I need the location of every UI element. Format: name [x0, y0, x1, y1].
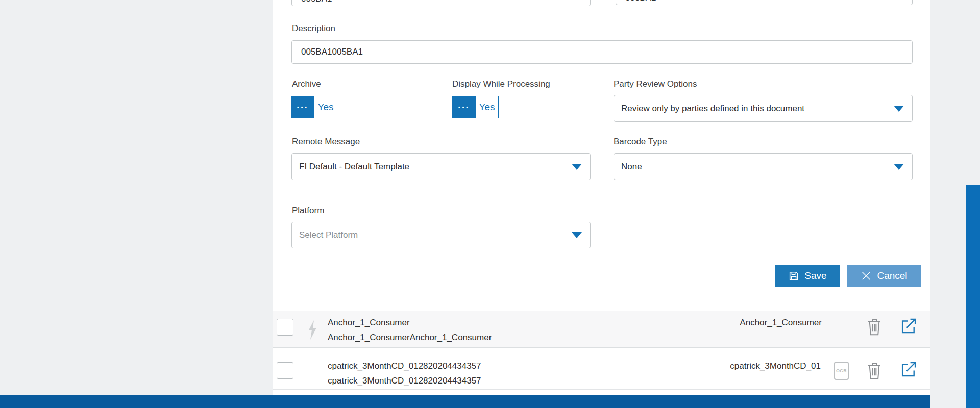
document-template-form-page: 005BA1 005BA1 Description 005BA1005BA1 A… — [0, 0, 980, 408]
document-name: cpatrick_3MonthCD_012820204434357 — [328, 361, 481, 371]
description-field[interactable]: 005BA1005BA1 — [291, 40, 913, 64]
open-in-new-window-icon[interactable] — [899, 360, 918, 379]
document-row-checkbox[interactable] — [277, 362, 293, 379]
name-field-value: 005BA1 — [301, 0, 332, 4]
open-in-new-window-icon[interactable] — [899, 316, 918, 336]
platform-placeholder: Select Platform — [299, 230, 358, 240]
party-review-options-label: Party Review Options — [614, 79, 697, 89]
description-field-value: 005BA1005BA1 — [301, 47, 363, 57]
display-while-processing-toggle-state: Yes — [475, 96, 499, 118]
remote-message-dropdown[interactable]: FI Default - Default Template — [291, 153, 591, 180]
remote-message-value: FI Default - Default Template — [299, 162, 409, 172]
barcode-type-label: Barcode Type — [614, 137, 667, 147]
document-display-name: cpatrick_3MonthCD_01 — [617, 361, 821, 371]
label-field[interactable]: 005BA1 — [616, 0, 913, 5]
display-while-processing-toggle[interactable]: ··· Yes — [452, 96, 499, 118]
archive-toggle[interactable]: ··· Yes — [291, 96, 337, 118]
document-display-name: Anchor_1_Consumer — [618, 318, 822, 328]
name-field[interactable]: 005BA1 — [291, 0, 591, 6]
footer-bar — [0, 395, 930, 408]
label-field-value: 005BA1 — [625, 0, 656, 3]
document-row-checkbox[interactable] — [277, 319, 293, 336]
toggle-handle-icon: ··· — [291, 96, 314, 118]
chevron-down-icon[interactable] — [894, 106, 904, 112]
delete-icon[interactable] — [866, 317, 883, 337]
platform-dropdown[interactable]: Select Platform — [291, 222, 591, 248]
archive-toggle-state: Yes — [314, 96, 337, 118]
barcode-type-value: None — [621, 162, 642, 172]
cancel-button[interactable]: Cancel — [847, 265, 921, 287]
barcode-type-dropdown[interactable]: None — [614, 153, 913, 180]
remote-message-label: Remote Message — [292, 137, 360, 147]
document-description: Anchor_1_ConsumerAnchor_1_Consumer — [328, 333, 492, 343]
cancel-button-label: Cancel — [877, 270, 907, 282]
platform-label: Platform — [292, 206, 324, 216]
ocr-icon: OCR — [834, 362, 849, 380]
lightning-icon — [306, 319, 318, 341]
description-label: Description — [292, 23, 335, 34]
delete-icon[interactable] — [866, 361, 883, 380]
toggle-handle-icon: ··· — [452, 96, 475, 118]
save-button-label: Save — [804, 270, 826, 282]
document-name: Anchor_1_Consumer — [328, 318, 410, 328]
chevron-down-icon[interactable] — [572, 164, 582, 170]
party-review-options-value: Review only by parties defined in this d… — [621, 104, 804, 114]
vertical-scrollbar[interactable] — [966, 185, 980, 408]
document-description: cpatrick_3MonthCD_012820204434357 — [328, 376, 481, 386]
close-icon — [861, 270, 872, 282]
save-button[interactable]: Save — [775, 265, 840, 287]
save-icon — [788, 270, 799, 282]
chevron-down-icon[interactable] — [894, 164, 904, 170]
chevron-down-icon[interactable] — [572, 232, 582, 238]
party-review-options-dropdown[interactable]: Review only by parties defined in this d… — [614, 95, 913, 122]
display-while-processing-label: Display While Processing — [452, 79, 550, 89]
archive-label: Archive — [292, 79, 321, 89]
